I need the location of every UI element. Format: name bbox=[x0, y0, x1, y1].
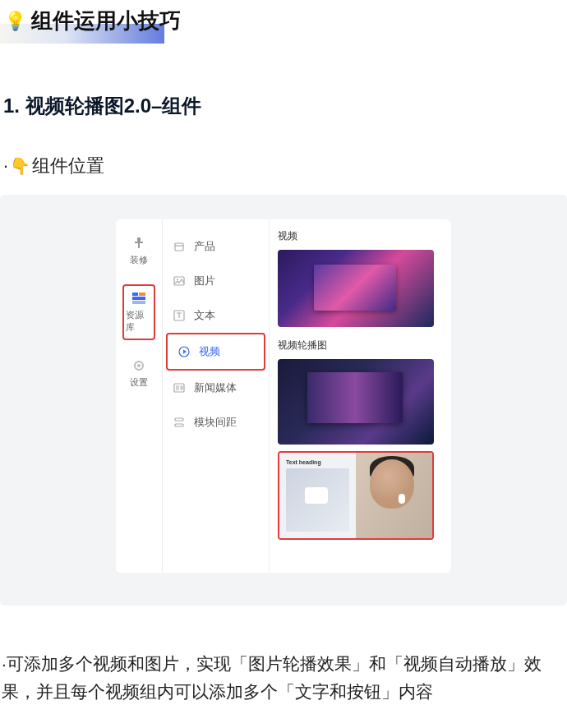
page-header: 💡 组件运用小技巧 bbox=[0, 0, 567, 35]
svg-rect-2 bbox=[138, 243, 140, 248]
component-location-row: · 👇 组件位置 bbox=[0, 154, 567, 178]
earbuds-left-pane: Text heading bbox=[279, 453, 356, 538]
category-list: 产品 图片 文本 视频 bbox=[162, 219, 269, 573]
editor-panel: 装修 资源库 设置 产品 bbox=[116, 219, 451, 573]
resource-icon bbox=[131, 291, 146, 306]
svg-rect-9 bbox=[175, 243, 183, 251]
cat-product[interactable]: 产品 bbox=[163, 229, 269, 264]
vnav-label: 设置 bbox=[130, 376, 148, 389]
vnav-label: 装修 bbox=[130, 254, 148, 266]
earbuds-right-pane bbox=[356, 453, 432, 538]
svg-rect-1 bbox=[135, 242, 143, 243]
person-head-graphic bbox=[370, 459, 414, 509]
cat-news[interactable]: 新闻媒体 bbox=[163, 371, 269, 405]
svg-rect-4 bbox=[139, 293, 145, 296]
monitor-graphic bbox=[314, 265, 396, 311]
thumb-carousel-2[interactable]: Text heading bbox=[278, 451, 434, 540]
svg-rect-0 bbox=[137, 237, 141, 242]
image-icon bbox=[173, 274, 186, 288]
thumb-video[interactable] bbox=[278, 250, 434, 327]
vnav-decorate[interactable]: 装修 bbox=[122, 233, 155, 270]
screenshot-container: 装修 资源库 设置 产品 bbox=[0, 195, 567, 606]
cat-label: 模块间距 bbox=[194, 415, 237, 430]
cat-spacing[interactable]: 模块间距 bbox=[163, 405, 269, 440]
monitor-graphic bbox=[307, 372, 403, 423]
cat-label: 文本 bbox=[194, 308, 215, 323]
preview-column: 视频 视频轮播图 Text heading bbox=[269, 219, 451, 573]
svg-rect-15 bbox=[175, 418, 183, 421]
decorate-icon bbox=[131, 236, 146, 251]
package-icon bbox=[173, 240, 186, 253]
vnav-settings[interactable]: 设置 bbox=[122, 355, 155, 392]
vnav-label: 资源库 bbox=[126, 309, 152, 334]
cat-image[interactable]: 图片 bbox=[163, 264, 269, 298]
preview-label-video: 视频 bbox=[278, 229, 443, 243]
svg-rect-16 bbox=[175, 424, 183, 426]
vnav-resource[interactable]: 资源库 bbox=[122, 284, 155, 340]
cat-label: 图片 bbox=[194, 274, 215, 288]
svg-rect-5 bbox=[132, 297, 145, 300]
person-earbud-graphic bbox=[399, 494, 405, 504]
vertical-nav: 装修 资源库 设置 bbox=[116, 219, 162, 573]
cat-label: 视频 bbox=[199, 344, 220, 359]
svg-point-11 bbox=[177, 279, 178, 280]
cat-text[interactable]: 文本 bbox=[163, 298, 269, 333]
component-location-label: 组件位置 bbox=[32, 154, 104, 178]
svg-rect-3 bbox=[132, 293, 138, 296]
svg-rect-6 bbox=[132, 301, 145, 304]
gear-icon bbox=[131, 358, 146, 373]
cat-video[interactable]: 视频 bbox=[166, 333, 265, 371]
bullet-dot: · bbox=[3, 155, 8, 177]
point-down-icon: 👇 bbox=[10, 156, 30, 176]
text-icon bbox=[173, 309, 186, 322]
cat-label: 产品 bbox=[194, 239, 215, 254]
footer-paragraph: ·可添加多个视频和图片，实现「图片轮播效果」和「视频自动播放」效果，并且每个视频… bbox=[0, 650, 567, 705]
section-heading: 1. 视频轮播图2.0–组件 bbox=[0, 93, 567, 119]
thumb-carousel-1[interactable] bbox=[278, 359, 434, 445]
news-icon bbox=[173, 381, 186, 394]
play-icon bbox=[177, 345, 191, 358]
svg-point-8 bbox=[137, 364, 141, 367]
cat-label: 新闻媒体 bbox=[194, 380, 237, 395]
spacing-icon bbox=[173, 416, 186, 429]
page-title: 组件运用小技巧 bbox=[31, 7, 181, 35]
lightbulb-icon: 💡 bbox=[5, 8, 25, 35]
sample-heading: Text heading bbox=[286, 459, 349, 465]
preview-label-carousel: 视频轮播图 bbox=[278, 339, 443, 352]
earbuds-product-graphic bbox=[286, 468, 349, 532]
